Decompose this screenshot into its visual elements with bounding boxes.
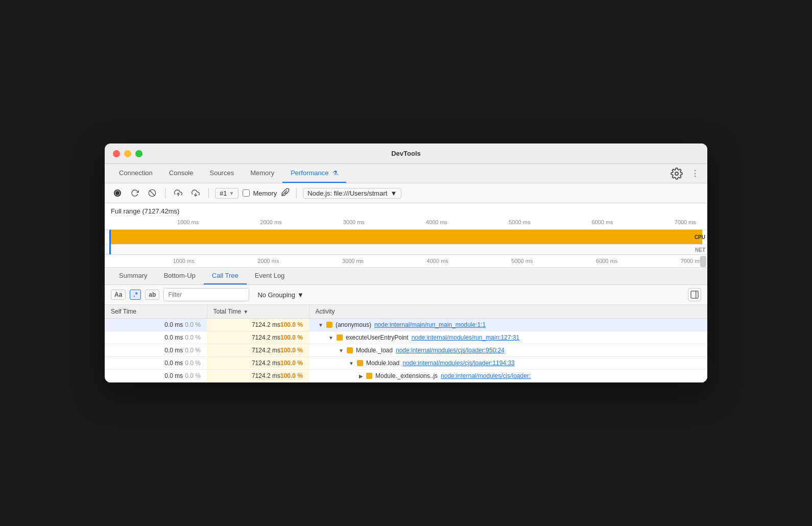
expand-arrow-icon[interactable]: ▼ [328, 335, 333, 341]
table-row: 0.0 ms0.0 %7124.2 ms100.0 %▼executeUserE… [105, 331, 707, 344]
bottom-ruler-mark-7: 7000 ms [681, 258, 702, 264]
cell-activity: ▼executeUserEntryPointnode:internal/modu… [309, 331, 707, 344]
ruler-mark-6: 6000 ms [591, 219, 613, 225]
net-bar-container: NET [105, 244, 707, 254]
settings-icon[interactable] [671, 168, 683, 180]
timeline-bottom: 1000 ms 2000 ms 3000 ms 4000 ms 5000 ms … [105, 255, 707, 268]
expand-arrow-icon[interactable]: ▶ [359, 373, 363, 379]
scrollbar-thumb[interactable] [700, 256, 706, 267]
memory-checkbox-input[interactable] [243, 189, 250, 197]
reload-button[interactable] [128, 186, 141, 200]
activity-link[interactable]: node:internal/modules/cjs/loader: [441, 372, 531, 379]
activity-name: Module._load [356, 347, 393, 354]
brush-icon[interactable] [281, 187, 290, 199]
ruler-marks-top: 1000 ms 2000 ms 3000 ms 4000 ms 5000 ms … [111, 219, 701, 225]
minimize-button[interactable] [124, 150, 131, 157]
activity-link[interactable]: node:internal/modules/cjs/loader:1194:33 [402, 360, 514, 367]
toolbar-separator-2 [208, 188, 209, 198]
expand-arrow-icon[interactable]: ▼ [349, 361, 354, 366]
expand-arrow-icon[interactable]: ▼ [318, 322, 323, 328]
memory-checkbox-label[interactable]: Memory [243, 189, 277, 197]
bottom-ruler-mark-1: 1000 ms [173, 258, 195, 264]
more-options-icon[interactable]: ⋮ [689, 168, 701, 180]
record-dot-icon [114, 189, 121, 197]
ruler-mark-3: 3000 ms [343, 219, 365, 225]
col-activity[interactable]: Activity [309, 305, 707, 319]
grouping-select[interactable]: No Grouping ▼ [253, 290, 308, 300]
table-row: 0.0 ms0.0 %7124.2 ms100.0 %▼Module._load… [105, 344, 707, 357]
cell-activity: ▶Module._extensions..jsnode:internal/mod… [309, 370, 707, 382]
activity-icon [337, 334, 343, 341]
devtools-window: DevTools Connection Console Sources Memo… [105, 144, 707, 382]
sidebar-toggle-button[interactable] [688, 288, 701, 301]
cell-activity: ▼Module.loadnode:internal/modules/cjs/lo… [309, 357, 707, 370]
maximize-button[interactable] [135, 150, 142, 157]
recording-selector[interactable]: #1 ▼ [215, 188, 238, 199]
record-button[interactable] [111, 186, 124, 200]
bottom-ruler-mark-2: 2000 ms [257, 258, 279, 264]
tab-summary[interactable]: Summary [111, 268, 156, 284]
data-table-container: Self Time Total Time ▼ Activity 0.0 ms0.… [105, 305, 707, 382]
node-selector[interactable]: Node.js: file:///Users/stmart ▼ [303, 188, 401, 199]
filter-toggle-aa[interactable]: Aa [111, 290, 126, 300]
tab-sources[interactable]: Sources [201, 164, 242, 183]
tab-memory[interactable]: Memory [242, 164, 282, 183]
cell-activity: ▼Module._loadnode:internal/modules/cjs/l… [309, 344, 707, 357]
node-selector-text: Node.js: file:///Users/stmart [307, 189, 387, 197]
sort-arrow-icon: ▼ [243, 309, 248, 315]
cell-total-time: 7124.2 ms100.0 % [207, 319, 309, 331]
cell-self-time: 0.0 ms0.0 % [105, 331, 207, 344]
activity-link[interactable]: node:internal/modules/cjs/loader:950:24 [396, 347, 505, 354]
ruler-mark-2: 2000 ms [260, 219, 281, 225]
cell-self-time: 0.0 ms0.0 % [105, 319, 207, 331]
tab-performance[interactable]: Performance ⚗ [282, 164, 346, 183]
upload-button[interactable] [172, 186, 185, 200]
cell-self-time: 0.0 ms0.0 % [105, 357, 207, 370]
tab-eventlog[interactable]: Event Log [247, 268, 293, 284]
activity-link[interactable]: node:internal/modules/run_main:127:31 [412, 334, 519, 341]
memory-checkbox-text: Memory [253, 189, 277, 197]
tab-bottomup[interactable]: Bottom-Up [156, 268, 204, 284]
filter-bar: Aa .* ab No Grouping ▼ [105, 285, 707, 305]
toolbar-separator-3 [296, 188, 297, 198]
table-header-row: Self Time Total Time ▼ Activity [105, 305, 707, 319]
cpu-bar-container: CPU [105, 230, 707, 244]
net-label: NET [695, 247, 705, 252]
expand-arrow-icon[interactable]: ▼ [339, 348, 344, 353]
close-button[interactable] [113, 150, 120, 157]
svg-rect-7 [691, 291, 698, 298]
activity-name: executeUserEntryPoint [346, 334, 409, 341]
col-total-time[interactable]: Total Time ▼ [207, 305, 309, 319]
bottom-ruler-mark-6: 6000 ms [596, 258, 617, 264]
call-tree-table: Self Time Total Time ▼ Activity 0.0 ms0.… [105, 305, 707, 382]
tab-connection[interactable]: Connection [111, 164, 161, 183]
tab-calltree[interactable]: Call Tree [204, 268, 247, 284]
table-row: 0.0 ms0.0 %7124.2 ms100.0 %▼(anonymous)n… [105, 319, 707, 331]
cell-total-time: 7124.2 ms100.0 % [207, 331, 309, 344]
cell-total-time: 7124.2 ms100.0 % [207, 357, 309, 370]
window-title: DevTools [391, 150, 421, 157]
svg-line-2 [150, 190, 154, 195]
filter-toggle-case[interactable]: ab [145, 290, 159, 300]
col-self-time[interactable]: Self Time [105, 305, 207, 319]
clear-button[interactable] [146, 186, 159, 200]
timeline-section: Full range (7127.42ms) 1000 ms 2000 ms 3… [105, 203, 707, 230]
table-row: 0.0 ms0.0 %7124.2 ms100.0 %▼Module.loadn… [105, 357, 707, 370]
activity-link[interactable]: node:internal/main/run_main_module:1:1 [374, 321, 486, 328]
filter-input[interactable] [163, 288, 249, 301]
timeline-wrapper: CPU NET [105, 230, 707, 255]
activity-name: Module.load [366, 360, 399, 367]
filter-toggle-regex[interactable]: .* [130, 290, 141, 300]
activity-icon [366, 373, 372, 379]
traffic-lights [113, 150, 142, 157]
table-row: 0.0 ms0.0 %7124.2 ms100.0 %▶Module._exte… [105, 370, 707, 382]
svg-point-0 [675, 172, 678, 175]
ruler-mark-1: 1000 ms [177, 219, 199, 225]
full-range-text: Full range (7127.42ms) [111, 207, 701, 215]
tab-console[interactable]: Console [161, 164, 202, 183]
activity-name: Module._extensions..js [375, 372, 438, 379]
toolbar: #1 ▼ Memory Node.js: file:///Users/stmar… [105, 183, 707, 203]
ruler-mark-7: 7000 ms [675, 219, 696, 225]
download-button[interactable] [189, 186, 202, 200]
ruler-mark-4: 4000 ms [426, 219, 447, 225]
